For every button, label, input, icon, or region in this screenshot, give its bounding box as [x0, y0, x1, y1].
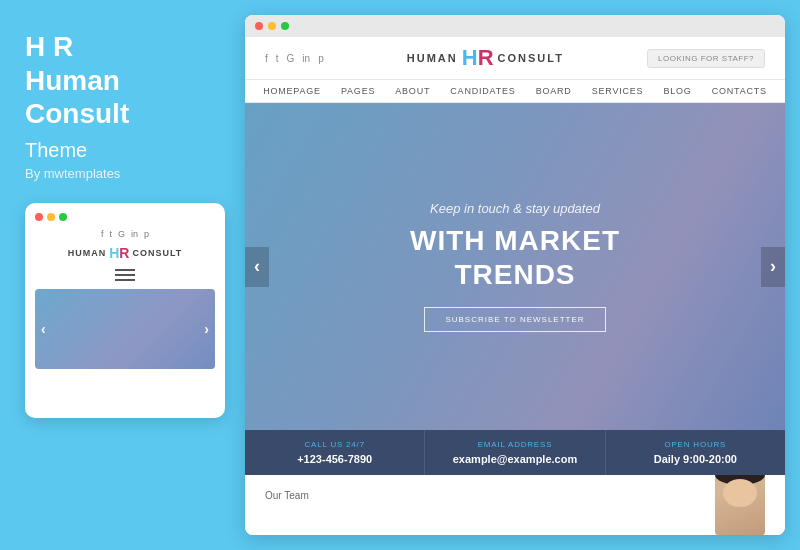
avatar-face: [723, 479, 757, 507]
mobile-prev-arrow[interactable]: ‹: [41, 321, 46, 337]
bottom-preview-text: Our Team: [265, 485, 309, 501]
menu-contacts[interactable]: CONTACTS: [712, 86, 767, 96]
left-panel: H RHumanConsult Theme By mwtemplates f t…: [0, 0, 245, 550]
mobile-logo: HUMAN HR CONSULT: [35, 245, 215, 261]
info-call-value: +123-456-7890: [260, 453, 409, 465]
desktop-navbar: f t G in p HUMAN HR CONSULT LOOKING FOR …: [245, 37, 785, 80]
mobile-mockup: f t G in p HUMAN HR CONSULT ‹ ›: [25, 203, 225, 418]
hero-subtitle: Keep in touch & stay updated: [430, 201, 600, 216]
desktop-dot-yellow: [268, 22, 276, 30]
mobile-social-bar: f t G in p: [35, 229, 215, 239]
info-hours-label: OPEN HOURS: [621, 440, 770, 449]
desktop-menu: HOMEPAGE PAGES ABOUT CANDIDATES BOARD SE…: [245, 80, 785, 103]
info-call: CALL US 24/7 +123-456-7890: [245, 430, 425, 475]
mobile-titlebar: [35, 213, 215, 221]
desktop-bottom: Our Team: [245, 475, 785, 535]
dot-red: [35, 213, 43, 221]
desktop-logo-consult: CONSULT: [498, 52, 564, 64]
theme-subtitle: Theme: [25, 139, 225, 162]
desktop-hero: Keep in touch & stay updated WITH MARKET…: [245, 103, 785, 430]
desktop-logo: HUMAN HR CONSULT: [407, 47, 564, 69]
mobile-next-arrow[interactable]: ›: [204, 321, 209, 337]
desktop-social-tw[interactable]: t: [276, 53, 279, 64]
mobile-social-tw[interactable]: t: [109, 229, 112, 239]
theme-author: By mwtemplates: [25, 166, 225, 181]
mobile-logo-human: HUMAN: [68, 248, 107, 258]
menu-blog[interactable]: BLOG: [663, 86, 691, 96]
desktop-logo-hr: HR: [462, 47, 494, 69]
desktop-social-bar: f t G in p: [265, 53, 324, 64]
theme-title: H RHumanConsult: [25, 30, 225, 131]
menu-about[interactable]: ABOUT: [395, 86, 430, 96]
team-avatar: [715, 475, 765, 535]
mobile-social-g[interactable]: G: [118, 229, 125, 239]
desktop-social-pi[interactable]: p: [318, 53, 324, 64]
menu-services[interactable]: SERVICES: [592, 86, 644, 96]
info-hours: OPEN HOURS Daily 9:00-20:00: [606, 430, 785, 475]
mobile-hero-overlay: [35, 289, 215, 369]
menu-candidates[interactable]: CANDIDATES: [450, 86, 515, 96]
dot-green: [59, 213, 67, 221]
info-bar: CALL US 24/7 +123-456-7890 EMAIL ADDRESS…: [245, 430, 785, 475]
menu-pages[interactable]: PAGES: [341, 86, 375, 96]
menu-homepage[interactable]: HOMEPAGE: [263, 86, 321, 96]
looking-for-staff-button[interactable]: LOOKING FOR STAFF?: [647, 49, 765, 68]
desktop-social-fb[interactable]: f: [265, 53, 268, 64]
info-email-value: example@example.com: [440, 453, 589, 465]
desktop-dot-red: [255, 22, 263, 30]
mobile-logo-hr: HR: [109, 245, 129, 261]
desktop-logo-human: HUMAN: [407, 52, 458, 64]
hero-next-arrow[interactable]: ›: [761, 247, 785, 287]
hero-prev-arrow[interactable]: ‹: [245, 247, 269, 287]
info-email-label: EMAIL ADDRESS: [440, 440, 589, 449]
desktop-titlebar: [245, 15, 785, 37]
mobile-logo-consult: CONSULT: [132, 248, 182, 258]
info-email: EMAIL ADDRESS example@example.com: [425, 430, 605, 475]
mobile-social-fb[interactable]: f: [101, 229, 104, 239]
desktop-social-g[interactable]: G: [287, 53, 295, 64]
mobile-hero: ‹ ›: [35, 289, 215, 369]
desktop-social-in[interactable]: in: [302, 53, 310, 64]
dot-yellow: [47, 213, 55, 221]
info-call-label: CALL US 24/7: [260, 440, 409, 449]
hero-content: Keep in touch & stay updated WITH MARKET…: [245, 103, 785, 430]
subscribe-button[interactable]: SUBSCRIBE TO NEWSLETTER: [424, 307, 605, 332]
mobile-social-pi[interactable]: p: [144, 229, 149, 239]
hero-title: WITH MARKETTRENDS: [410, 224, 620, 291]
desktop-mockup: f t G in p HUMAN HR CONSULT LOOKING FOR …: [245, 15, 785, 535]
mobile-hamburger[interactable]: [35, 269, 215, 281]
info-hours-value: Daily 9:00-20:00: [621, 453, 770, 465]
desktop-dot-green: [281, 22, 289, 30]
menu-board[interactable]: BOARD: [536, 86, 572, 96]
mobile-social-in[interactable]: in: [131, 229, 138, 239]
